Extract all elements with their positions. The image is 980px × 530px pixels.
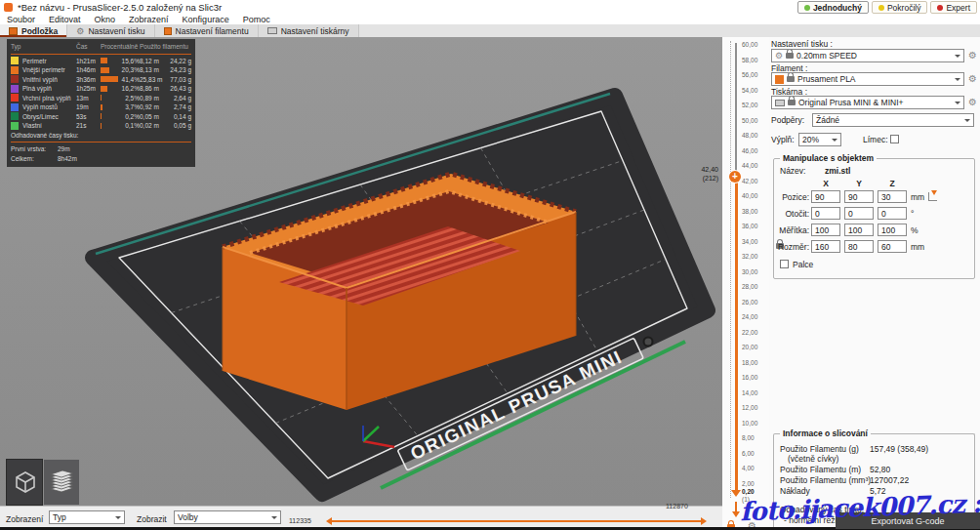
tab-nastaven-filamentu[interactable]: Nastavení filamentu (155, 24, 259, 37)
menu-item-pomoc[interactable]: Pomoc (236, 15, 277, 24)
manip-input[interactable]: 90 (844, 190, 874, 203)
3d-viewport[interactable]: ORIGINAL PRUSA MINI (0, 37, 722, 506)
slice-info-row: Použito Filamentu (g)157,49 (358,49) (780, 444, 970, 454)
legend-percent-bar (101, 67, 109, 73)
layer-tick-label: 54,00 (742, 87, 757, 95)
legend-percent-bar (101, 104, 102, 110)
menu-item-editovat[interactable]: Editovat (42, 15, 88, 24)
edit-print-settings-gear-icon[interactable]: ⚙ (966, 49, 979, 61)
manip-input[interactable]: 0 (844, 207, 874, 220)
supports-label: Podpěry: (771, 116, 804, 125)
legend-header: Procentuálně (101, 43, 140, 50)
unit-label: % (911, 225, 919, 235)
print-legend: TypČasProcentuálněPoužito filamentuPerim… (7, 39, 195, 167)
manip-input[interactable]: 60 (878, 240, 907, 253)
right-panel: Nastavení tisku : ⚙ 0.20mm SPEED ⚙ Filam… (769, 37, 980, 530)
layer-slider-track-lower[interactable] (735, 177, 738, 491)
menu-item-konfigurace[interactable]: Konfigurace (176, 15, 236, 24)
legend-color-swatch (11, 112, 19, 120)
layer-tick-label: 6,00 (742, 450, 755, 458)
mode-button-pokročilý[interactable]: Pokročilý (872, 1, 927, 14)
manip-input[interactable]: 0 (878, 207, 907, 220)
view-combo[interactable]: Typ (49, 510, 125, 524)
layer-tick-label: 0,20 (742, 488, 755, 496)
legend-time: 53s (76, 113, 101, 120)
legend-time: 21s (76, 122, 101, 129)
legend-feature-label: Obrys/Límec (22, 113, 59, 120)
inches-checkbox[interactable] (780, 260, 789, 268)
manip-input[interactable]: 0 (811, 207, 840, 220)
lock-icon (788, 100, 796, 105)
tab-podlo-ka[interactable]: Podložka (0, 24, 67, 37)
print-settings-combo[interactable]: ⚙ 0.20mm SPEED (771, 49, 964, 62)
layer-tick-label: 42,00 (742, 178, 757, 185)
move-slider-right-arrow-icon[interactable] (701, 517, 711, 525)
tab-label: Podložka (21, 26, 58, 36)
menu-item-okno[interactable]: Okno (88, 15, 123, 24)
lock-icon (786, 53, 794, 59)
legend-feature-label: Plná výplň (22, 85, 52, 92)
filament-color-swatch (775, 75, 784, 84)
legend-percent-bar (101, 113, 102, 119)
manip-input[interactable]: 100 (878, 224, 907, 236)
layer-slider-handle[interactable]: + (729, 171, 741, 183)
manip-input[interactable]: 30 (878, 190, 907, 203)
legend-percent-bar (101, 76, 118, 82)
axis-header-z: Z (878, 179, 907, 188)
legend-color-swatch (11, 122, 19, 130)
legend-percent-bar (101, 58, 107, 63)
manip-input[interactable]: 90 (811, 190, 840, 203)
edit-printer-gear-icon[interactable]: ⚙ (966, 96, 979, 108)
estimate-label: První vrstva: (11, 145, 58, 152)
drop-to-bed-icon[interactable] (928, 192, 937, 201)
menu-item-zobrazení[interactable]: Zobrazení (122, 15, 176, 24)
menu-item-soubor[interactable]: Soubor (0, 15, 42, 24)
edit-filament-gear-icon[interactable]: ⚙ (966, 72, 979, 85)
move-slider-track[interactable] (328, 520, 701, 522)
manip-input[interactable]: 100 (811, 224, 840, 236)
show-combo[interactable]: Volby (174, 510, 281, 524)
supports-combo[interactable]: Žádné (812, 113, 974, 127)
layer-tick-label: 16,00 (742, 374, 757, 382)
manip-input[interactable]: 160 (811, 240, 840, 253)
měřítka-label: Měřítka: (774, 225, 809, 235)
legend-row: Obrys/Límec53s0,2%0,05 m0,14 g (7, 112, 195, 122)
legend-used-g: 0,14 g (174, 113, 191, 120)
legend-used-m: 0,89 m (140, 95, 166, 102)
mode-button-expert[interactable]: Expert (930, 1, 977, 14)
layers-view-button[interactable] (43, 459, 80, 506)
tab-nastaven-tisku[interactable]: Nastavení tisku (67, 24, 154, 37)
filament-combo[interactable]: Prusament PLA (771, 72, 964, 86)
supports-value: Žádné (816, 115, 839, 125)
tab-nastaven-tisk-rny[interactable]: Nastavení tiskárny (259, 24, 359, 37)
show-value: Volby (178, 512, 198, 522)
layer-tick-label: 40,00 (742, 192, 757, 200)
legend-used-g: 24,22 g (170, 58, 191, 64)
legend-time: 19m (76, 103, 101, 110)
legend-estimate-row: Celkem:8h42m (7, 154, 195, 164)
layer-slider-track-upper[interactable] (735, 43, 737, 177)
brim-checkbox[interactable] (890, 135, 899, 143)
slice-info-title: Informace o slicování (780, 428, 871, 438)
infill-combo[interactable]: 20% (798, 133, 841, 146)
legend-time: 1h21m (76, 58, 101, 64)
mode-button-jednoduchý[interactable]: Jednoduchý (797, 1, 869, 14)
legend-time: 3h36m (76, 76, 101, 83)
slice-info-sublabel: (včetně cívky) (780, 454, 970, 464)
legend-estimated-title: Odhadované časy tisku: (7, 131, 195, 140)
layer-tick-label: 36,00 (742, 223, 757, 230)
layer-slider: 60,0058,0056,0054,0052,0050,0048,0046,00… (722, 37, 769, 530)
3d-view-button[interactable] (6, 459, 43, 506)
layer-tick-label: 46,00 (742, 147, 757, 155)
layer-tick-label: 24,00 (742, 313, 757, 321)
move-slider-left-value: 112335 (289, 517, 311, 524)
manip-input[interactable]: 80 (844, 240, 874, 253)
legend-estimate-row: První vrstva:29m (7, 144, 195, 154)
legend-time: 1h46m (76, 66, 101, 73)
manip-input[interactable]: 100 (844, 224, 874, 236)
layer-tick-label: 30,00 (742, 268, 757, 276)
legend-divider (11, 54, 191, 55)
legend-percent: 41,4% (122, 76, 140, 83)
slice-info-row: Použito Filamentu (mm³)127007,22 (780, 475, 970, 485)
printer-combo[interactable]: Original Prusa MINI & MINI+ (771, 96, 964, 109)
